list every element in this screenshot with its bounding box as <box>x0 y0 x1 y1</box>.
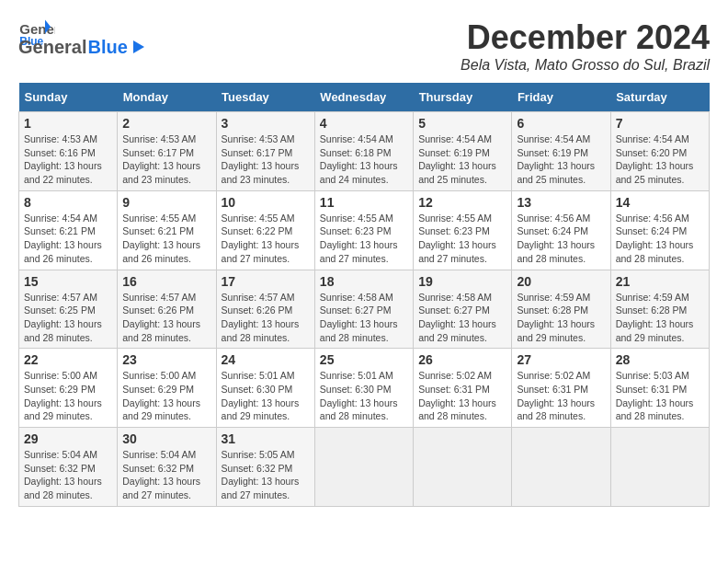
calendar-table: SundayMondayTuesdayWednesdayThursdayFrid… <box>18 83 710 507</box>
page-container: General Blue General Blue December 2024 … <box>18 18 710 507</box>
header-day-sunday: Sunday <box>19 83 118 112</box>
daylight-text: Daylight: 13 hours and 28 minutes. <box>24 475 112 501</box>
day-number: 10 <box>222 195 310 210</box>
day-number: 2 <box>122 116 210 131</box>
calendar-cell: 26Sunrise: 5:02 AMSunset: 6:31 PMDayligh… <box>414 349 512 428</box>
sunrise-text: Sunrise: 4:58 AM <box>418 291 506 304</box>
day-detail: Sunrise: 4:53 AMSunset: 6:16 PMDaylight:… <box>24 132 112 187</box>
day-detail: Sunrise: 5:03 AMSunset: 6:31 PMDaylight:… <box>616 369 704 423</box>
day-detail: Sunrise: 4:59 AMSunset: 6:28 PMDaylight:… <box>616 291 704 345</box>
calendar-cell: 1Sunrise: 4:53 AMSunset: 6:16 PMDaylight… <box>19 112 118 191</box>
sunrise-text: Sunrise: 4:57 AM <box>122 291 210 304</box>
sunset-text: Sunset: 6:19 PM <box>418 146 506 160</box>
sunrise-text: Sunrise: 4:59 AM <box>616 291 704 304</box>
day-number: 31 <box>222 431 310 446</box>
sunrise-text: Sunrise: 5:04 AM <box>122 448 210 462</box>
sunset-text: Sunset: 6:20 PM <box>616 146 704 160</box>
day-number: 22 <box>24 352 112 367</box>
page-title: December 2024 <box>461 18 710 57</box>
calendar-week-5: 29Sunrise: 5:04 AMSunset: 6:32 PMDayligh… <box>19 428 710 507</box>
day-number: 3 <box>222 116 310 131</box>
day-detail: Sunrise: 4:54 AMSunset: 6:19 PMDaylight:… <box>418 132 506 187</box>
calendar-cell: 5Sunrise: 4:54 AMSunset: 6:19 PMDaylight… <box>414 112 512 191</box>
calendar-header-row: SundayMondayTuesdayWednesdayThursdayFrid… <box>19 83 710 112</box>
daylight-text: Daylight: 13 hours and 24 minutes. <box>320 159 408 186</box>
calendar-week-2: 8Sunrise: 4:54 AMSunset: 6:21 PMDaylight… <box>19 190 710 270</box>
sunset-text: Sunset: 6:23 PM <box>418 224 506 238</box>
sunrise-text: Sunrise: 4:55 AM <box>222 212 310 225</box>
sunrise-text: Sunrise: 4:55 AM <box>418 212 506 225</box>
day-number: 18 <box>320 274 408 289</box>
sunset-text: Sunset: 6:21 PM <box>122 224 210 238</box>
daylight-text: Daylight: 13 hours and 25 minutes. <box>418 159 506 186</box>
calendar-cell: 27Sunrise: 5:02 AMSunset: 6:31 PMDayligh… <box>512 349 610 428</box>
day-number: 15 <box>24 274 112 289</box>
daylight-text: Daylight: 13 hours and 29 minutes. <box>418 317 506 344</box>
sunset-text: Sunset: 6:19 PM <box>517 146 605 160</box>
sunset-text: Sunset: 6:31 PM <box>418 383 506 396</box>
day-detail: Sunrise: 4:55 AMSunset: 6:22 PMDaylight:… <box>222 212 310 266</box>
sunset-text: Sunset: 6:31 PM <box>517 383 605 396</box>
sunrise-text: Sunrise: 4:56 AM <box>517 212 605 225</box>
sunset-text: Sunset: 6:26 PM <box>122 304 210 317</box>
sunset-text: Sunset: 6:30 PM <box>320 383 408 396</box>
calendar-week-3: 15Sunrise: 4:57 AMSunset: 6:25 PMDayligh… <box>19 270 710 349</box>
day-number: 16 <box>122 274 210 289</box>
logo-blue-text: Blue <box>87 37 127 58</box>
calendar-cell: 24Sunrise: 5:01 AMSunset: 6:30 PMDayligh… <box>216 349 314 428</box>
calendar-cell: 11Sunrise: 4:55 AMSunset: 6:23 PMDayligh… <box>314 190 413 270</box>
sunset-text: Sunset: 6:32 PM <box>122 462 210 476</box>
day-detail: Sunrise: 4:58 AMSunset: 6:27 PMDaylight:… <box>320 291 408 345</box>
calendar-cell: 16Sunrise: 4:57 AMSunset: 6:26 PMDayligh… <box>118 270 216 349</box>
daylight-text: Daylight: 13 hours and 28 minutes. <box>517 396 605 423</box>
day-detail: Sunrise: 5:01 AMSunset: 6:30 PMDaylight:… <box>320 369 408 423</box>
calendar-cell: 22Sunrise: 5:00 AMSunset: 6:29 PMDayligh… <box>19 349 118 428</box>
daylight-text: Daylight: 13 hours and 29 minutes. <box>222 396 310 423</box>
sunset-text: Sunset: 6:28 PM <box>616 304 704 317</box>
day-number: 14 <box>616 195 704 210</box>
daylight-text: Daylight: 13 hours and 27 minutes. <box>122 475 210 501</box>
sunset-text: Sunset: 6:29 PM <box>24 383 112 396</box>
day-number: 19 <box>418 274 506 289</box>
day-detail: Sunrise: 5:00 AMSunset: 6:29 PMDaylight:… <box>24 369 112 423</box>
daylight-text: Daylight: 13 hours and 25 minutes. <box>616 159 704 186</box>
calendar-cell: 6Sunrise: 4:54 AMSunset: 6:19 PMDaylight… <box>512 112 610 191</box>
day-number: 30 <box>122 431 210 446</box>
calendar-cell <box>610 428 709 507</box>
calendar-cell <box>512 428 610 507</box>
sunrise-text: Sunrise: 4:57 AM <box>24 291 112 304</box>
day-detail: Sunrise: 4:54 AMSunset: 6:20 PMDaylight:… <box>616 132 704 187</box>
calendar-cell: 18Sunrise: 4:58 AMSunset: 6:27 PMDayligh… <box>314 270 413 349</box>
daylight-text: Daylight: 13 hours and 28 minutes. <box>616 238 704 265</box>
day-number: 5 <box>418 116 506 131</box>
day-detail: Sunrise: 5:04 AMSunset: 6:32 PMDaylight:… <box>122 448 210 502</box>
sunrise-text: Sunrise: 4:53 AM <box>24 132 112 146</box>
sunrise-text: Sunrise: 4:54 AM <box>517 132 605 146</box>
day-number: 6 <box>517 116 605 131</box>
daylight-text: Daylight: 13 hours and 28 minutes. <box>616 396 704 423</box>
sunset-text: Sunset: 6:16 PM <box>24 146 112 160</box>
sunrise-text: Sunrise: 4:54 AM <box>24 212 112 225</box>
sunset-text: Sunset: 6:17 PM <box>222 146 310 160</box>
calendar-cell: 4Sunrise: 4:54 AMSunset: 6:18 PMDaylight… <box>314 112 413 191</box>
sunrise-text: Sunrise: 5:00 AM <box>122 369 210 383</box>
daylight-text: Daylight: 13 hours and 28 minutes. <box>122 317 210 344</box>
sunrise-text: Sunrise: 5:03 AM <box>616 369 704 383</box>
daylight-text: Daylight: 13 hours and 26 minutes. <box>122 238 210 265</box>
daylight-text: Daylight: 13 hours and 28 minutes. <box>418 396 506 423</box>
day-number: 28 <box>616 352 704 367</box>
sunset-text: Sunset: 6:25 PM <box>24 304 112 317</box>
logo-general-text: General <box>18 37 86 58</box>
day-detail: Sunrise: 4:54 AMSunset: 6:19 PMDaylight:… <box>517 132 605 187</box>
day-detail: Sunrise: 5:04 AMSunset: 6:32 PMDaylight:… <box>24 448 112 502</box>
sunrise-text: Sunrise: 4:59 AM <box>517 291 605 304</box>
day-number: 24 <box>222 352 310 367</box>
day-detail: Sunrise: 4:56 AMSunset: 6:24 PMDaylight:… <box>517 212 605 266</box>
logo: General Blue General Blue <box>18 18 146 58</box>
calendar-cell: 25Sunrise: 5:01 AMSunset: 6:30 PMDayligh… <box>314 349 413 428</box>
sunrise-text: Sunrise: 4:54 AM <box>320 132 408 146</box>
calendar-cell: 7Sunrise: 4:54 AMSunset: 6:20 PMDaylight… <box>610 112 709 191</box>
sunset-text: Sunset: 6:27 PM <box>320 304 408 317</box>
day-detail: Sunrise: 5:02 AMSunset: 6:31 PMDaylight:… <box>517 369 605 423</box>
daylight-text: Daylight: 13 hours and 23 minutes. <box>222 159 310 186</box>
